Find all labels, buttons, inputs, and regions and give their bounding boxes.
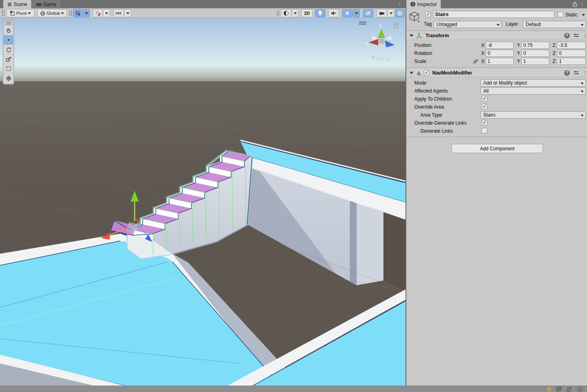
camera-settings-button[interactable] — [377, 9, 387, 17]
navmesh-presets-icon[interactable] — [573, 70, 579, 76]
scene-visibility-button[interactable] — [363, 9, 373, 17]
position-y-field[interactable] — [521, 42, 549, 49]
tag-value: Untagged — [436, 22, 457, 27]
camera-settings-caret[interactable] — [387, 9, 394, 17]
scale-link-icon[interactable] — [473, 59, 478, 64]
effects-caret[interactable] — [353, 9, 360, 17]
transform-title: Transform — [426, 33, 449, 38]
navmesh-help-icon[interactable]: ? — [564, 70, 570, 76]
add-component-label: Add Component — [480, 146, 515, 152]
transform-presets-icon[interactable] — [573, 33, 579, 38]
rect-icon — [6, 66, 12, 72]
generate-links-checkbox[interactable] — [482, 128, 487, 133]
layer-dropdown[interactable]: Default — [523, 21, 586, 28]
apply-to-children-checkbox[interactable] — [482, 96, 487, 101]
global-button[interactable]: Global — [37, 9, 67, 17]
grid-visibility-caret[interactable] — [83, 9, 90, 17]
audio-toggle-button[interactable] — [329, 9, 339, 17]
rotation-x-field[interactable] — [486, 50, 514, 57]
info-icon — [410, 2, 416, 7]
override-area-checkbox[interactable] — [482, 104, 487, 109]
shading-mode-caret[interactable] — [292, 9, 299, 17]
gameobject-cube-icon[interactable] — [408, 10, 420, 22]
rect-tool[interactable] — [4, 64, 13, 73]
static-label: Static — [565, 12, 577, 18]
rotation-y-field[interactable] — [521, 50, 549, 57]
generate-links-label: Generate Links — [420, 128, 453, 134]
move-tool[interactable] — [4, 35, 13, 44]
increment-snap-caret[interactable] — [124, 9, 131, 17]
tab-game[interactable]: Game — [32, 0, 61, 8]
pivot-caret-icon — [28, 12, 31, 16]
scale-z-field[interactable] — [557, 58, 586, 65]
add-component-button[interactable]: Add Component — [452, 144, 543, 153]
pivot-icon — [10, 11, 15, 16]
increment-snap-button[interactable] — [113, 9, 124, 17]
scene-toolbar: Pivot Global — [0, 8, 405, 18]
transform-tool[interactable] — [4, 74, 13, 83]
grid-visibility-button[interactable] — [73, 9, 83, 17]
transform-header[interactable]: Transform ? ⋮ — [406, 31, 587, 40]
camera-icon — [379, 11, 385, 16]
gizmos-button[interactable] — [395, 9, 405, 17]
navmesh-menu-icon[interactable]: ⋮ — [583, 69, 587, 77]
scale-y-field[interactable] — [521, 58, 549, 65]
position-x-field[interactable] — [486, 42, 514, 49]
area-type-dropdown[interactable]: Stairs — [480, 111, 586, 119]
inspector-tabbar: Inspector ⋮ — [406, 0, 587, 8]
snap-button[interactable] — [93, 9, 103, 17]
tag-label: Tag — [424, 21, 432, 27]
pivot-button[interactable]: Pivot — [6, 9, 34, 17]
tag-dropdown[interactable]: Untagged — [434, 21, 502, 28]
inspector-menu-icon[interactable]: ⋮ — [579, 0, 585, 8]
tab-inspector[interactable]: Inspector — [406, 0, 441, 8]
inspector-lock-icon[interactable] — [573, 2, 577, 7]
rotation-z-field[interactable] — [557, 50, 586, 57]
scale-x-field[interactable] — [486, 58, 514, 65]
scene-tools-overlay — [3, 20, 14, 85]
navmeshmodifier-header[interactable]: NavMeshModifier ? ⋮ — [406, 69, 587, 77]
transform-menu-icon[interactable]: ⋮ — [583, 31, 587, 40]
snap-magnet-icon — [95, 10, 101, 16]
navmesh-enabled-checkbox[interactable] — [424, 70, 430, 75]
inspector-panel: Inspector ⋮ Static Tag Untagged Layer De… — [405, 0, 587, 386]
static-caret-icon[interactable] — [582, 14, 585, 18]
mode-dropdown[interactable]: Add or Modify object — [480, 79, 586, 87]
tools-drag-handle[interactable] — [4, 21, 13, 25]
hand-tool[interactable] — [4, 26, 13, 35]
mode-value: Add or Modify object — [483, 80, 527, 86]
override-generate-links-checkbox[interactable] — [482, 120, 487, 125]
override-generate-links-label: Override Generate Links — [414, 120, 467, 126]
rotate-tool[interactable] — [4, 45, 13, 54]
transform-foldout-icon[interactable] — [409, 34, 414, 39]
toolbar-drag-handle[interactable] — [2, 10, 4, 16]
gameobject-name-field[interactable] — [433, 11, 555, 18]
tab-scene[interactable]: Scene — [3, 0, 31, 8]
affected-agents-dropdown[interactable]: All — [480, 87, 586, 95]
position-z-field[interactable] — [557, 42, 586, 49]
transform-help-icon[interactable]: ? — [564, 33, 570, 38]
navmesh-title: NavMeshModifier — [432, 70, 472, 76]
navmesh-foldout-icon[interactable] — [409, 72, 414, 76]
effects-toggle-button[interactable] — [342, 9, 353, 17]
unity-editor-window: Scene Game ⋮ Pivot Global — [0, 0, 587, 392]
shading-mode-button[interactable] — [281, 9, 291, 17]
lighting-toggle-button[interactable] — [315, 9, 325, 17]
progress-idle-icon[interactable] — [576, 386, 584, 392]
scene-panel-menu-icon[interactable]: ⋮ — [397, 0, 402, 8]
static-checkbox[interactable] — [558, 12, 563, 17]
scene-3d-render: y x z Persp — [0, 18, 405, 386]
cache-server-disabled-icon[interactable] — [555, 386, 563, 392]
override-area-label: Override Area — [414, 104, 444, 110]
snap-caret[interactable] — [103, 9, 110, 17]
gamepad-icon — [36, 2, 42, 6]
gameobject-enabled-checkbox[interactable] — [425, 12, 431, 17]
scale-tool[interactable] — [4, 55, 13, 64]
auto-refresh-disabled-icon[interactable] — [565, 386, 573, 392]
scene-viewport[interactable]: y x z Persp — [0, 18, 405, 386]
2d-toggle-button[interactable]: 2D — [301, 9, 313, 17]
svg-text:x: x — [365, 40, 368, 46]
debugger-attached-icon[interactable] — [545, 386, 553, 392]
apply-to-children-label: Apply To Children — [414, 96, 452, 102]
layer-label: Layer — [506, 21, 518, 27]
